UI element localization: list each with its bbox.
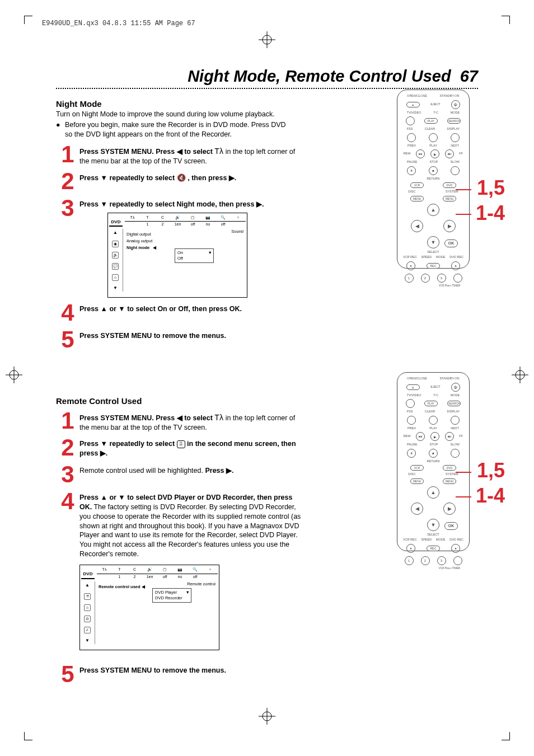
record-icon: ⊙ — [84, 616, 91, 622]
bullet-icon: ● — [56, 120, 65, 139]
left-button: ◀ — [411, 220, 423, 232]
rec-button: REC — [427, 263, 440, 269]
remote-icon: ⠿ — [84, 593, 91, 600]
osd-options: DVD Player DVD Recorder ▼ — [152, 588, 191, 603]
picture-icon: ◉ — [112, 241, 119, 247]
down-button: ▼ — [427, 236, 439, 248]
play-button: ▶ — [430, 149, 439, 158]
registration-mark-icon — [259, 708, 275, 725]
disc-icon: ⌂ — [84, 604, 91, 611]
step-number: 4 — [56, 301, 79, 325]
tools-icon: Tλ — [214, 413, 225, 422]
osd-tab-icon: Tλ — [125, 215, 140, 220]
page-number: 67 — [460, 67, 478, 85]
step-number: 2 — [56, 436, 79, 459]
dpad: ▲ ▼ ◀ ▶ OK — [411, 204, 456, 248]
osd-night-mode: DVD Tλ T C 🔊 ▢ 📷 🔍 › — [107, 213, 247, 298]
callout-line — [456, 496, 471, 497]
osd-tab-icon: C — [155, 215, 170, 220]
language-icon: 💬 — [112, 263, 119, 270]
remote-diagram-2: OPEN/CLOSESTANDBY-ON ▲EJECT⏻ TV/VIDEOT-C… — [388, 372, 478, 551]
features-icon: ⌂ — [112, 274, 119, 281]
osd-sidebar: ▲ ◉ 🔈 💬 ⌂ ▼ — [109, 229, 121, 292]
system-menu-button: MENU — [443, 196, 456, 201]
standby-button: ⏻ — [451, 100, 460, 109]
osd-dvd-tab: DVD — [109, 219, 123, 227]
callout-1-4: 1-4 — [476, 201, 505, 225]
osd-options: On Off ▼ — [175, 248, 214, 263]
step-number: 1 — [56, 409, 79, 433]
page-content: Night Mode, Remote Control Used 67 OPEN/… — [56, 67, 478, 686]
remote-outline: OPEN/CLOSESTANDBY-ON ▲EJECT⏻ TV/VIDEOT-C… — [397, 372, 470, 551]
remote-icon: ⠿ — [177, 440, 185, 448]
crop-mark — [502, 16, 510, 24]
remote-diagram-1: OPEN/CLOSESTANDBY-ON ▲EJECT⏻ TV/VIDEOT-C… — [388, 90, 478, 269]
step-number: 4 — [56, 490, 79, 650]
osd-tab-icon: T — [140, 215, 155, 220]
registration-mark-icon — [259, 31, 275, 48]
open-close-button: ▲ — [406, 102, 420, 107]
stop-button: ■ — [429, 166, 438, 175]
callout-1-5: 1,5 — [477, 176, 505, 200]
osd-remote-control: DVD Tλ T C 🔊 ▢ 📷 🔍 › — [79, 565, 219, 650]
registration-mark-icon — [512, 367, 528, 383]
standby-button: ⏻ — [451, 383, 460, 392]
vcrplus-button — [453, 274, 462, 283]
crop-mark — [24, 16, 32, 24]
open-close-button: ▲ — [406, 384, 420, 390]
speaker-icon: 🔇 — [177, 173, 188, 182]
step-number: 5 — [56, 663, 79, 686]
step-number: 5 — [56, 328, 79, 351]
step-number: 3 — [56, 463, 79, 486]
callout-line — [456, 472, 471, 473]
title-rule — [56, 88, 478, 89]
osd-tab-icon: 🔍 — [216, 215, 231, 220]
callout-1-4: 1-4 — [476, 484, 505, 508]
callout-1-5: 1,5 — [477, 459, 505, 482]
step-number: 2 — [56, 170, 79, 193]
next-button: ⏭ — [445, 149, 454, 158]
remote-outline: OPEN/CLOSESTANDBY-ON ▲EJECT⏻ TV/VIDEOT-C… — [397, 90, 470, 269]
vcr-button: VCR — [410, 182, 424, 188]
tools-icon: Tλ — [214, 147, 225, 156]
title-text: Night Mode, Remote Control Used — [188, 67, 451, 85]
callout-line — [456, 189, 471, 190]
sound-icon: 🔈 — [112, 252, 119, 259]
step-number: 3 — [56, 196, 79, 298]
prev-button: ⏮ — [416, 149, 425, 158]
install-icon: ✓ — [84, 627, 91, 633]
disc-menu-button: MENU — [410, 196, 424, 201]
dpad: ▲ ▼ ◀ ▶ OK — [411, 486, 456, 531]
callout-line — [456, 214, 471, 215]
crop-mark — [24, 732, 32, 740]
ok-button: OK — [444, 240, 458, 247]
page-title: Night Mode, Remote Control Used 67 — [56, 67, 478, 88]
osd-tab-icon: ▢ — [185, 215, 200, 220]
dvd-button: DVD — [443, 182, 456, 188]
up-button: ▲ — [427, 204, 439, 216]
crop-mark — [502, 732, 510, 740]
right-button: ▶ — [443, 220, 456, 232]
print-header-meta: E9490UD_EN.qx3 04.8.3 11:55 AM Page 67 — [42, 20, 195, 27]
step-5: 5 Press SYSTEM MENU to remove the menus. — [56, 327, 478, 351]
step-number: 1 — [56, 143, 79, 166]
pause-button: ⏸ — [407, 166, 416, 175]
step-5: 5 Press SYSTEM MENU to remove the menus. — [56, 661, 478, 686]
registration-mark-icon — [6, 367, 22, 383]
step-4: 4 Press ▲ or ▼ to select On or Off, then… — [56, 300, 478, 325]
osd-tab-icon: 📷 — [200, 215, 216, 220]
osd-tab-icon: 🔊 — [170, 215, 185, 220]
